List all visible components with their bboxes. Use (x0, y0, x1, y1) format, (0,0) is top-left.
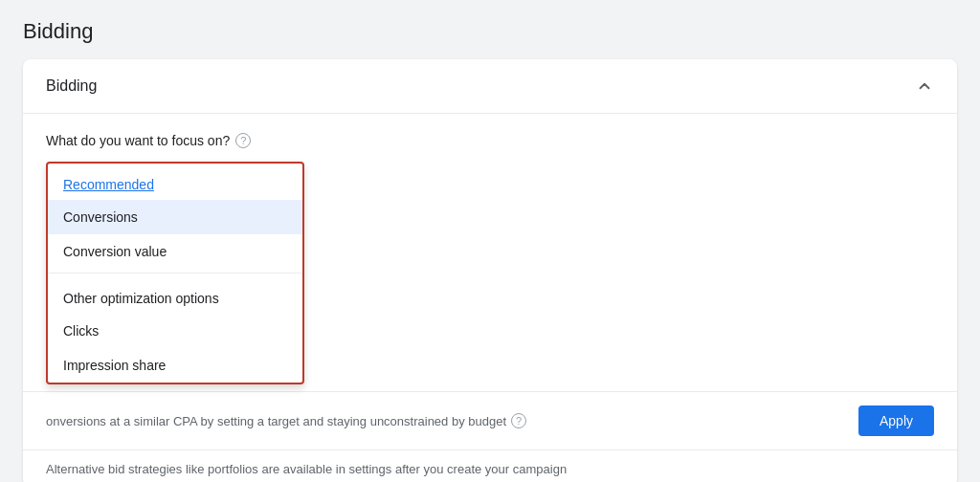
bottom-desc-text: onversions at a similar CPA by setting a… (46, 414, 506, 428)
bottom-bar: onversions at a similar CPA by setting a… (23, 391, 957, 449)
card-title: Bidding (46, 77, 97, 95)
bidding-card: Bidding What do you want to focus on? ? … (23, 59, 957, 482)
dropdown-menu: Recommended Conversions Conversion value… (46, 162, 304, 384)
footer-text: Alternative bid strategies like portfoli… (23, 449, 957, 482)
page-title: Bidding (23, 19, 957, 44)
dropdown-section-header: Other optimization options (48, 277, 302, 314)
focus-help-icon[interactable]: ? (235, 133, 251, 148)
card-header: Bidding (23, 59, 957, 114)
bidding-options-area: Recommended Conversions Conversion value… (46, 162, 934, 372)
dropdown-divider (48, 273, 302, 274)
dropdown-item-impression-share[interactable]: Impression share (48, 348, 302, 383)
apply-button[interactable]: Apply (858, 405, 934, 436)
card-body: What do you want to focus on? ? Recommen… (23, 114, 957, 449)
dropdown-item-clicks[interactable]: Clicks (48, 314, 302, 348)
collapse-button[interactable] (915, 77, 934, 96)
dropdown-item-conversions[interactable]: Conversions (48, 200, 302, 234)
focus-question: What do you want to focus on? ? (46, 133, 934, 148)
bottom-help-icon[interactable]: ? (511, 413, 526, 428)
dropdown-item-recommended[interactable]: Recommended (48, 164, 302, 200)
dropdown-item-conversion-value[interactable]: Conversion value (48, 234, 302, 269)
bottom-description: onversions at a similar CPA by setting a… (46, 413, 858, 428)
